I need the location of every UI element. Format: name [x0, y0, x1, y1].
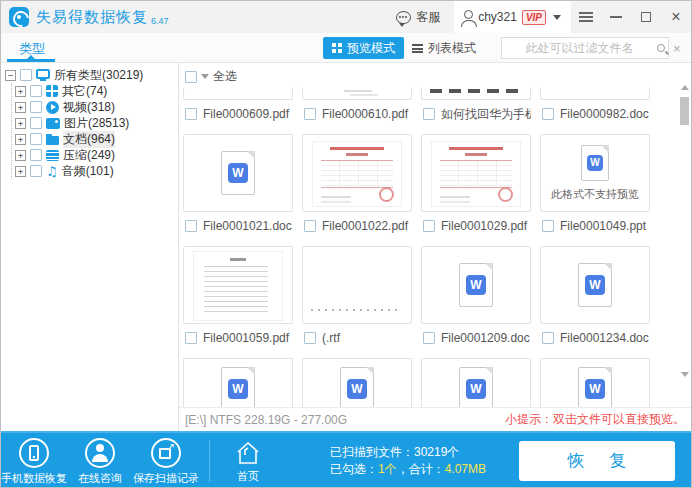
save-scan-button[interactable]: ↗ 保存扫描记录 — [133, 438, 199, 486]
file-thumbnail[interactable]: W 此格式不支持预览 — [540, 134, 650, 212]
minimize-icon — [610, 16, 622, 18]
expand-icon[interactable]: + — [15, 134, 26, 145]
list-mode-button[interactable]: 列表模式 — [403, 37, 485, 59]
file-checkbox[interactable] — [185, 332, 197, 344]
phone-recovery-button[interactable]: 手机数据恢复 — [1, 438, 67, 486]
file-thumbnail[interactable]: W — [421, 246, 531, 324]
rtf-preview — [311, 309, 401, 311]
file-cell[interactable]: W File0001209.doc — [421, 246, 531, 345]
file-cell[interactable]: W — [302, 358, 412, 407]
save-scan-label: 保存扫描记录 — [133, 471, 199, 486]
file-thumbnail[interactable] — [540, 87, 650, 100]
maximize-button[interactable] — [631, 1, 661, 33]
checkbox-document[interactable] — [30, 133, 42, 145]
minimize-button[interactable] — [601, 1, 631, 33]
file-checkbox[interactable] — [423, 332, 435, 344]
expand-icon[interactable]: + — [15, 150, 26, 161]
tree-item-audio[interactable]: + ♫ 音频(101) — [15, 163, 178, 179]
word-file-icon: W — [221, 367, 255, 407]
tree-item-other[interactable]: + 其它(74) — [15, 83, 178, 99]
file-thumbnail[interactable]: W — [183, 358, 293, 407]
tree-item-all-types[interactable]: − 所有类型(30219) — [5, 67, 178, 83]
checkbox-video[interactable] — [30, 101, 42, 113]
file-thumbnail[interactable] — [421, 87, 531, 100]
checkbox-audio[interactable] — [30, 165, 42, 177]
file-cell[interactable]: File0000609.pdf — [183, 87, 293, 121]
file-cell[interactable]: File0000982.doc — [540, 87, 650, 121]
file-checkbox[interactable] — [304, 108, 316, 120]
file-cell[interactable]: W File0001021.doc — [183, 134, 293, 233]
file-checkbox[interactable] — [542, 332, 554, 344]
select-all-row[interactable]: 全选 — [185, 68, 692, 85]
file-thumbnail[interactable] — [183, 246, 293, 324]
file-cell[interactable]: W 此格式不支持预览 File0001049.ppt — [540, 134, 650, 233]
file-name: File0000982.doc — [560, 107, 649, 121]
scroll-down-icon[interactable] — [681, 372, 689, 377]
file-thumbnail[interactable]: W — [302, 358, 412, 407]
checkbox-other[interactable] — [30, 85, 42, 97]
file-thumbnail[interactable] — [183, 87, 293, 100]
word-file-icon: W — [340, 367, 374, 407]
file-checkbox[interactable] — [423, 220, 435, 232]
recover-button[interactable]: 恢 复 — [519, 441, 675, 481]
file-cell[interactable]: File0001022.pdf — [302, 134, 412, 233]
file-cell[interactable]: W File0001234.doc — [540, 246, 650, 345]
file-thumbnail[interactable]: W — [540, 358, 650, 407]
expand-icon[interactable]: + — [15, 166, 26, 177]
file-thumbnail[interactable] — [302, 246, 412, 324]
export-icon: ↗ — [151, 438, 181, 468]
tree-item-archive[interactable]: + 压缩(249) — [15, 147, 178, 163]
expand-icon[interactable]: + — [15, 118, 26, 129]
close-button[interactable]: × — [661, 1, 691, 33]
online-consult-button[interactable]: 在线咨询 — [67, 438, 133, 486]
main-menu-button[interactable] — [571, 1, 601, 33]
search-icon[interactable] — [657, 44, 665, 52]
home-button[interactable]: 首页 — [224, 441, 272, 484]
clear-search-icon[interactable]: × — [673, 41, 681, 56]
preview-mode-button[interactable]: 预览模式 — [323, 37, 404, 59]
file-checkbox[interactable] — [542, 220, 554, 232]
file-checkbox[interactable] — [185, 220, 197, 232]
file-name: File0001209.doc — [441, 331, 530, 345]
file-cell[interactable]: File0001059.pdf — [183, 246, 293, 345]
support-button[interactable]: 客服 — [382, 1, 454, 33]
file-cell[interactable]: 如何找回华为手机删... — [421, 87, 531, 121]
expand-icon[interactable]: + — [15, 86, 26, 97]
scrollbar-thumb[interactable] — [680, 97, 689, 125]
tree-item-video[interactable]: + 视频(318) — [15, 99, 178, 115]
file-cell[interactable]: W — [421, 358, 531, 407]
checkbox-all-types[interactable] — [20, 69, 32, 81]
select-all-checkbox[interactable] — [185, 71, 197, 83]
file-cell[interactable]: W — [540, 358, 650, 407]
file-checkbox[interactable] — [542, 108, 554, 120]
scroll-up-icon[interactable] — [681, 85, 689, 90]
search-input[interactable] — [502, 41, 657, 55]
app-window: 失易得数据恢复 6.47 客服 chy321 VIP × 类型 预览模式 — [0, 0, 692, 488]
file-checkbox[interactable] — [304, 332, 316, 344]
checkbox-image[interactable] — [30, 117, 42, 129]
file-thumbnail[interactable]: W — [540, 246, 650, 324]
tree-item-image[interactable]: + 图片(28513) — [15, 115, 178, 131]
collapse-icon[interactable]: − — [5, 70, 16, 81]
expand-icon[interactable]: + — [15, 102, 26, 113]
file-thumbnail[interactable] — [421, 134, 531, 212]
hamburger-icon — [579, 12, 593, 22]
file-cell[interactable]: File0001029.pdf — [421, 134, 531, 233]
user-account-menu[interactable]: chy321 VIP — [454, 1, 571, 33]
status-bar: [E:\] NTFS 228.19G - 277.00G 小提示：双击文件可以直… — [179, 407, 692, 431]
vertical-scrollbar[interactable] — [680, 85, 690, 377]
file-cell[interactable]: File0000610.pdf — [302, 87, 412, 121]
file-thumbnail[interactable]: W — [183, 134, 293, 212]
file-checkbox[interactable] — [185, 108, 197, 120]
file-thumbnail[interactable]: W — [421, 358, 531, 407]
preview-mode-label: 预览模式 — [347, 40, 395, 57]
file-thumbnail[interactable] — [302, 134, 412, 212]
file-checkbox[interactable] — [423, 108, 435, 120]
file-checkbox[interactable] — [304, 220, 316, 232]
checkbox-archive[interactable] — [30, 149, 42, 161]
word-file-icon: W — [459, 263, 493, 307]
file-cell[interactable]: (.rtf — [302, 246, 412, 345]
tree-item-document[interactable]: + 文档(964) — [15, 131, 178, 147]
file-cell[interactable]: W — [183, 358, 293, 407]
file-thumbnail[interactable] — [302, 87, 412, 100]
